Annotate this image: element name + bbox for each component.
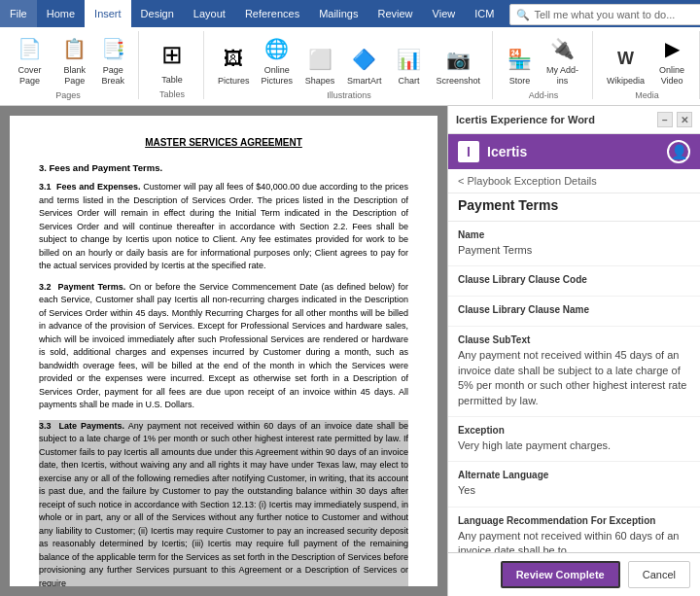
ribbon-group-tables-items: ⊞ Table bbox=[149, 31, 195, 88]
tab-design[interactable]: Design bbox=[131, 0, 184, 27]
cancel-button[interactable]: Cancel bbox=[628, 561, 690, 588]
ribbon-group-addins-items: 🏪 Store 🔌 My Add-ins bbox=[503, 31, 584, 88]
review-complete-button[interactable]: Review Complete bbox=[501, 561, 620, 588]
para-3-1-label: Fees and Expenses. bbox=[56, 182, 141, 192]
ribbon-group-addins-label: Add-ins bbox=[529, 90, 559, 100]
online-video-icon: ▶ bbox=[656, 33, 687, 64]
ribbon-item-page-break[interactable]: 📑 PageBreak bbox=[95, 31, 130, 88]
ribbon-body: 📄 Cover Page 📋 BlankPage 📑 PageBreak Pag… bbox=[0, 27, 700, 105]
para-3-2-label: Payment Terms. bbox=[58, 282, 126, 292]
panel-field-name-value: Payment Terms bbox=[458, 243, 690, 258]
ribbon-search[interactable]: 🔍 Tell me what you want to do... bbox=[509, 4, 700, 25]
user-icon[interactable]: 👤 bbox=[667, 140, 690, 163]
ribbon-item-screenshot[interactable]: 📷 Screenshot bbox=[433, 42, 485, 88]
ribbon-group-illus-label: Illustrations bbox=[327, 90, 371, 100]
ribbon-group-tables-label: Tables bbox=[159, 89, 185, 99]
document-para-3-2: 3.2 Payment Terms. On or before the Serv… bbox=[39, 281, 408, 412]
cover-page-label: Cover Page bbox=[10, 65, 50, 87]
ribbon-item-online-pictures[interactable]: 🌐 OnlinePictures bbox=[258, 31, 298, 88]
tab-review[interactable]: Review bbox=[368, 0, 423, 27]
para-3-1-num: 3.1 bbox=[39, 182, 52, 192]
ribbon-item-table[interactable]: ⊞ Table bbox=[149, 33, 195, 88]
ribbon-group-media-items: W Wikipedia ▶ OnlineVideo bbox=[603, 31, 691, 88]
tab-layout[interactable]: Layout bbox=[184, 0, 235, 27]
ribbon-group-media-label: Media bbox=[635, 90, 659, 100]
shapes-label: Shapes bbox=[305, 76, 335, 87]
panel-header-title: Icertis Experience for Word bbox=[456, 114, 595, 125]
search-placeholder: Tell me what you want to do... bbox=[534, 9, 675, 20]
ribbon-group-tables: ⊞ Table Tables bbox=[149, 31, 204, 99]
tab-home[interactable]: Home bbox=[37, 0, 85, 27]
ribbon-group-illus-items: 🖼 Pictures 🌐 OnlinePictures ⬜ Shapes 🔷 S… bbox=[214, 31, 484, 88]
panel-field-alternate-language-label: Alternate Language bbox=[458, 470, 690, 480]
tab-file[interactable]: File bbox=[0, 0, 37, 27]
cover-page-icon: 📄 bbox=[14, 33, 45, 64]
tab-insert[interactable]: Insert bbox=[85, 0, 131, 27]
ribbon-item-cover-page[interactable]: 📄 Cover Page bbox=[6, 31, 53, 88]
icertis-logo-icon: I bbox=[458, 141, 479, 162]
panel-field-clause-subtext-value: Any payment not received within 45 days … bbox=[458, 348, 690, 408]
icertis-panel: Icertis Experience for Word − ✕ I Icerti… bbox=[447, 106, 700, 596]
panel-minimize-button[interactable]: − bbox=[657, 112, 673, 127]
ribbon-item-store[interactable]: 🏪 Store bbox=[503, 42, 537, 88]
panel-body-wrapper: Name Payment Terms Clause Library Clause… bbox=[448, 222, 700, 552]
icertis-logo-letter: I bbox=[467, 144, 471, 159]
icertis-logo-bar: I Icertis 👤 bbox=[448, 134, 700, 169]
panel-field-name: Name Payment Terms bbox=[448, 222, 700, 266]
panel-header-controls: − ✕ bbox=[657, 112, 692, 127]
my-addins-icon: 🔌 bbox=[546, 33, 578, 64]
panel-footer: Review Complete Cancel bbox=[448, 552, 700, 596]
panel-field-clause-name-label: Clause Library Clause Name bbox=[458, 304, 690, 315]
smartart-label: SmartArt bbox=[347, 76, 382, 87]
store-label: Store bbox=[509, 76, 531, 87]
blank-page-label: BlankPage bbox=[63, 65, 86, 87]
para-3-1-text: Customer will pay all fees of $40,000.00… bbox=[39, 182, 408, 270]
document-area: MASTER SERVICES AGREEMENT 3. Fees and Pa… bbox=[0, 106, 447, 596]
ribbon-item-pictures[interactable]: 🖼 Pictures bbox=[214, 42, 254, 88]
tab-icm[interactable]: ICM bbox=[465, 0, 504, 27]
tab-view[interactable]: View bbox=[423, 0, 466, 27]
para-3-3-text: Any payment not received within 60 days … bbox=[39, 421, 408, 586]
panel-field-clause-code: Clause Library Clause Code bbox=[448, 266, 700, 297]
tab-references[interactable]: References bbox=[235, 0, 309, 27]
document-title: MASTER SERVICES AGREEMENT bbox=[39, 135, 408, 150]
my-addins-label: My Add-ins bbox=[544, 65, 580, 87]
panel-field-name-label: Name bbox=[458, 229, 690, 240]
search-icon: 🔍 bbox=[516, 9, 530, 21]
wikipedia-label: Wikipedia bbox=[607, 76, 645, 87]
document[interactable]: MASTER SERVICES AGREEMENT 3. Fees and Pa… bbox=[10, 116, 438, 586]
ribbon-item-my-addins[interactable]: 🔌 My Add-ins bbox=[541, 31, 584, 88]
para-3-3-num: 3.3 bbox=[39, 421, 52, 431]
panel-field-exception-value: Very high late payment charges. bbox=[458, 438, 690, 453]
ribbon-item-shapes[interactable]: ⬜ Shapes bbox=[300, 42, 339, 88]
online-pictures-label: OnlinePictures bbox=[262, 65, 294, 87]
document-para-3-1: 3.1 Fees and Expenses. Customer will pay… bbox=[39, 181, 408, 273]
ribbon-item-chart[interactable]: 📊 Chart bbox=[390, 42, 429, 88]
screenshot-icon: 📷 bbox=[442, 44, 473, 75]
panel-field-language-recommendation: Language Recommendation For Exception An… bbox=[448, 508, 700, 552]
online-pictures-icon: 🌐 bbox=[262, 33, 293, 64]
shapes-icon: ⬜ bbox=[304, 44, 335, 75]
smartart-icon: 🔷 bbox=[349, 44, 380, 75]
panel-scroll-content[interactable]: Name Payment Terms Clause Library Clause… bbox=[448, 222, 700, 552]
ribbon-item-smartart[interactable]: 🔷 SmartArt bbox=[343, 42, 386, 88]
panel-nav-back[interactable]: < Playbook Exception Details bbox=[448, 169, 700, 193]
wikipedia-icon: W bbox=[611, 44, 642, 75]
panel-close-button[interactable]: ✕ bbox=[677, 112, 692, 127]
document-para-3-3: 3.3 Late Payments. Any payment not recei… bbox=[39, 420, 408, 586]
page-break-icon: 📑 bbox=[97, 33, 128, 64]
ribbon-group-pages: 📄 Cover Page 📋 BlankPage 📑 PageBreak Pag… bbox=[6, 31, 139, 99]
document-section-3-title: 3. Fees and Payment Terms. bbox=[39, 161, 408, 175]
pictures-label: Pictures bbox=[218, 76, 250, 87]
panel-field-language-rec-label: Language Recommendation For Exception bbox=[458, 515, 690, 526]
ribbon-tab-bar: File Home Insert Design Layout Reference… bbox=[0, 0, 700, 27]
blank-page-icon: 📋 bbox=[59, 33, 90, 64]
ribbon-item-blank-page[interactable]: 📋 BlankPage bbox=[57, 31, 92, 88]
tab-mailings[interactable]: Mailings bbox=[309, 0, 368, 27]
panel-field-alternate-language-value: Yes bbox=[458, 483, 690, 498]
chart-label: Chart bbox=[399, 76, 420, 87]
ribbon-item-wikipedia[interactable]: W Wikipedia bbox=[603, 42, 648, 88]
panel-field-clause-subtext: Clause SubText Any payment not received … bbox=[448, 327, 700, 417]
ribbon-item-online-video[interactable]: ▶ OnlineVideo bbox=[652, 31, 691, 88]
online-video-label: OnlineVideo bbox=[659, 65, 684, 87]
